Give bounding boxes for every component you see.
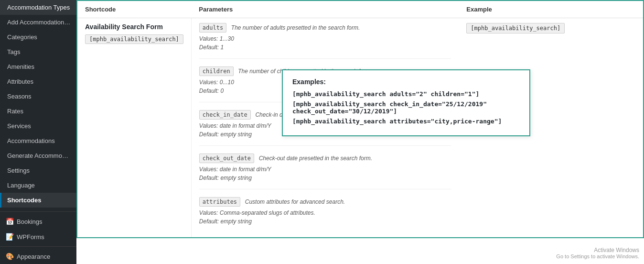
sidebar-item-seasons[interactable]: Seasons xyxy=(0,89,76,104)
sidebar-item-settings[interactable]: Settings xyxy=(0,163,76,178)
sidebar-item-appearance[interactable]: 🎨 Appearance xyxy=(0,249,76,264)
sidebar-item-add-accommodation-type[interactable]: Add Accommodation Type xyxy=(0,15,76,30)
examples-popup-line-2: [mphb_availability_search check_in_date=… xyxy=(292,100,520,115)
examples-popup-line-1: [mphb_availability_search adults="2" chi… xyxy=(292,90,520,98)
sidebar-item-wpforms[interactable]: 📝 WPForms xyxy=(0,229,76,244)
sidebar-item-bookings[interactable]: 📅 Bookings xyxy=(0,214,76,229)
param-desc-attributes: Custom attributes for advanced search. xyxy=(245,198,345,205)
param-default-adults: Default: 1 xyxy=(199,44,451,51)
param-name-attributes: attributes xyxy=(199,197,240,207)
activate-windows-watermark: Activate Windows Go to Settings to activ… xyxy=(556,247,639,259)
col-header-example: Example xyxy=(459,0,644,18)
content-wrapper: Shortcode Parameters Example Availabilit… xyxy=(76,0,644,238)
param-values-adults: Values: 1...30 xyxy=(199,35,451,42)
param-values-attributes: Values: Comma-separated slugs of attribu… xyxy=(199,209,451,216)
examples-popup: Examples: [mphb_availability_search adul… xyxy=(282,69,530,136)
appearance-icon: 🎨 xyxy=(6,253,14,260)
sidebar-item-tags[interactable]: Tags xyxy=(0,44,76,59)
wpforms-icon: 📝 xyxy=(6,233,14,241)
param-name-check-in: check_in_date xyxy=(199,110,251,120)
example-tag: [mphb_availability_search] xyxy=(466,23,565,33)
sidebar-item-accommodation-types[interactable]: Accommodation Types xyxy=(0,0,76,15)
bookings-icon: 📅 xyxy=(6,218,14,225)
param-name-children: children xyxy=(199,66,234,76)
sidebar-item-attributes[interactable]: Attributes xyxy=(0,74,76,89)
param-values-check-out: Values: date in format d/m/Y xyxy=(199,166,451,173)
param-desc-check-out: Check-out date presetted in the search f… xyxy=(259,155,372,162)
sidebar: Accommodation Types Add Accommodation Ty… xyxy=(0,0,76,264)
sidebar-item-language[interactable]: Language xyxy=(0,178,76,193)
sidebar-divider-2 xyxy=(0,246,76,247)
col-header-shortcode: Shortcode xyxy=(77,0,191,18)
param-block-check-out: check_out_date Check-out date presetted … xyxy=(199,154,451,189)
form-name: Availability Search Form xyxy=(85,23,183,31)
param-block-adults: adults The number of adults presetted in… xyxy=(199,23,451,59)
sidebar-item-rates[interactable]: Rates xyxy=(0,104,76,119)
param-block-attributes: attributes Custom attributes for advance… xyxy=(199,197,451,232)
param-default-check-out: Default: empty string xyxy=(199,175,451,181)
main-content: Shortcode Parameters Example Availabilit… xyxy=(76,0,644,264)
sidebar-item-shortcodes[interactable]: Shortcodes xyxy=(0,193,76,208)
examples-popup-title: Examples: xyxy=(292,78,520,86)
sidebar-item-accommodations[interactable]: Accommodations xyxy=(0,133,76,148)
sidebar-item-categories[interactable]: Categories xyxy=(0,30,76,44)
sidebar-divider xyxy=(0,211,76,212)
shortcode-tag[interactable]: [mphb_availability_search] xyxy=(85,34,183,44)
shortcode-cell: Availability Search Form [mphb_availabil… xyxy=(77,18,191,238)
activate-windows-subtitle: Go to Settings to activate Windows. xyxy=(556,253,639,259)
activate-windows-title: Activate Windows xyxy=(556,247,639,253)
sidebar-item-amenities[interactable]: Amenities xyxy=(0,59,76,74)
examples-popup-line-3: [mphb_availability_search attributes="ci… xyxy=(292,118,520,125)
col-header-parameters: Parameters xyxy=(191,0,459,18)
param-name-adults: adults xyxy=(199,23,226,33)
sidebar-item-services[interactable]: Services xyxy=(0,119,76,133)
param-name-check-out: check_out_date xyxy=(199,154,254,163)
param-default-attributes: Default: empty string xyxy=(199,218,451,225)
param-desc-adults: The number of adults presetted in the se… xyxy=(231,24,360,31)
sidebar-item-generate-accommodations[interactable]: Generate Accommodations xyxy=(0,148,76,163)
